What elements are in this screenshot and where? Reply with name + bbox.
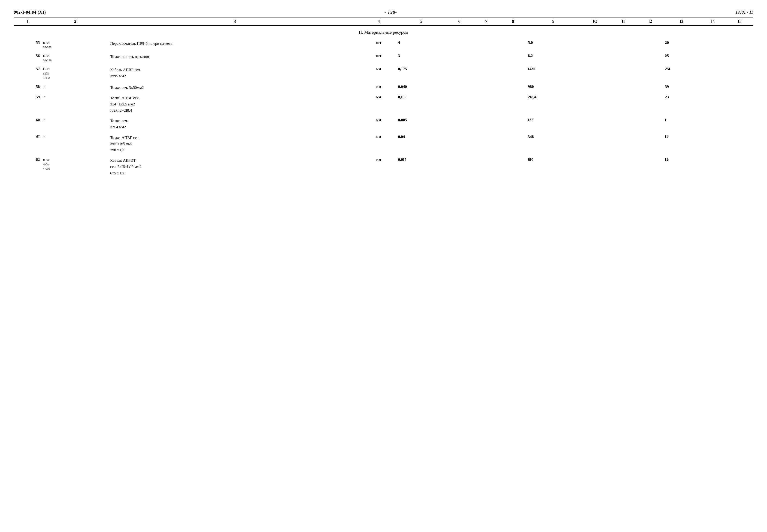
col-header-13: I3 [664, 18, 699, 25]
table-row: 57I5-09табл.3-038Кабель АПВГ сеч.3х95 мм… [14, 63, 753, 81]
page-header: 902-I-84.84 (XI) - 130- 19581 - 11 [14, 9, 753, 15]
col-header-7: 7 [473, 18, 499, 25]
row-unit: км [361, 131, 397, 154]
row-code: I5-09табл.4-009 [42, 154, 109, 177]
row-description: Переключатель ПРЛ-5 на три па-кета [109, 37, 361, 50]
table-row: 6I-"-То же, АПВГ сеч.3хI0+Iхб мм2290 х I… [14, 131, 753, 154]
table-row: 56I5-0406-259То же, на пять па-кетовшт38… [14, 50, 753, 63]
row-description: То же, на пять па-кетов [109, 50, 361, 63]
col-header-4: 4 [361, 18, 397, 25]
row-code: I5-0406-259 [42, 50, 109, 63]
col-header-3: 3 [109, 18, 361, 25]
row-description: То же, сеч. 3х50мм2 [109, 81, 361, 92]
col-header-1: I [14, 18, 42, 25]
col-header-9: 9 [526, 18, 581, 25]
col-header-12: I2 [637, 18, 664, 25]
row-unit: шт [361, 37, 397, 50]
table-row: 62I5-09табл.4-009Кабель АКРИТсеч. 3хI6+I… [14, 154, 753, 177]
row-unit: км [361, 154, 397, 177]
table-row: 60-"-То же, сеч.3 х 4 мм2км0,005I82I [14, 114, 753, 131]
doc-number: 902-I-84.84 (XI) [14, 10, 46, 15]
row-unit: шт [361, 50, 397, 63]
col-header-8: 8 [499, 18, 526, 25]
row-description: Кабель АПВГ сеч.3х95 мм2 [109, 63, 361, 81]
section-title: П. Материальные ресурсы [359, 30, 408, 35]
row-description: То же, АПВГ сеч.3х4+1х2,5 мм2I82хI,2=2I8… [109, 92, 361, 115]
table-row: 55I5-0406-288Переключатель ПРЛ-5 на три … [14, 37, 753, 50]
row-unit: км [361, 81, 397, 92]
page-number: - 130- [385, 9, 397, 15]
col-header-14: I4 [699, 18, 726, 25]
col-header-15: I5 [726, 18, 753, 25]
row-code: I5-0406-288 [42, 37, 109, 50]
row-code: -"- [42, 92, 109, 115]
table-row: 58-"-То же, сеч. 3х50мм2км0,04098039 [14, 81, 753, 92]
col-header-6: 6 [446, 18, 473, 25]
column-headers: I 2 3 4 5 6 7 8 9 IO II I2 I3 I4 I5 [14, 18, 753, 25]
row-code: -"- [42, 81, 109, 92]
row-code: I5-09табл.3-038 [42, 63, 109, 81]
col-header-10: IO [580, 18, 610, 25]
row-code: -"- [42, 131, 109, 154]
row-unit: км [361, 92, 397, 115]
row-description: То же, АПВГ сеч.3хI0+Iхб мм2290 х I,2 [109, 131, 361, 154]
col-header-5: 5 [397, 18, 446, 25]
row-unit: км [361, 63, 397, 81]
row-code: -"- [42, 114, 109, 131]
section-title-row: П. Материальные ресурсы [14, 25, 753, 37]
main-table: I 2 3 4 5 6 7 8 9 IO II I2 I3 I4 I5 П. М… [14, 18, 753, 177]
col-header-2: 2 [42, 18, 109, 25]
doc-code: 19581 - 11 [735, 10, 753, 15]
row-description: То же, сеч.3 х 4 мм2 [109, 114, 361, 131]
row-description: Кабель АКРИТсеч. 3хI6+IхI0 мм2675 х I,2 [109, 154, 361, 177]
table-row: 59-"-То же, АПВГ сеч.3х4+1х2,5 мм2I82хI,… [14, 92, 753, 115]
row-unit: км [361, 114, 397, 131]
col-header-11: II [610, 18, 637, 25]
